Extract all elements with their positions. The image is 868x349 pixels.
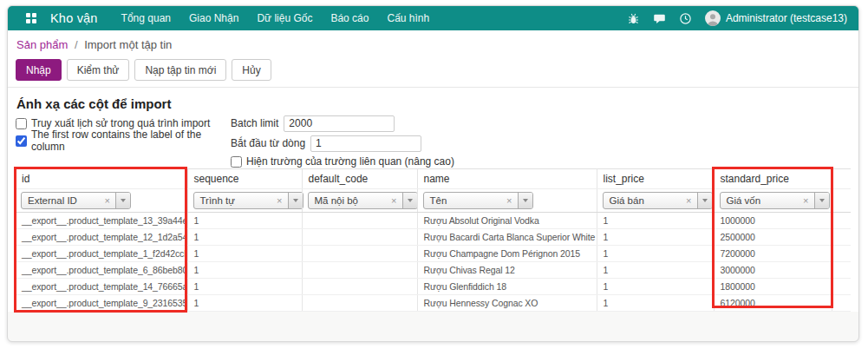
- mapping-cell-sequence: Trình tự×: [187, 189, 302, 213]
- clear-mapping-icon[interactable]: ×: [686, 193, 696, 208]
- content-area: Sản phẩm / Import một tập tin Nhập Kiểm …: [8, 30, 858, 312]
- mapped-field-value: Giá vốn: [721, 193, 804, 208]
- chevron-down-icon[interactable]: [115, 193, 130, 208]
- table-cell: Rượu Bacardi Carta Blanca Superior White…: [417, 229, 597, 246]
- table-cell-filler: [832, 295, 851, 312]
- apps-grid-icon[interactable]: [26, 13, 36, 23]
- table-cell: __export__.product_template_12_1d2a5485: [16, 229, 187, 246]
- breadcrumb-parent-link[interactable]: Sản phẩm: [16, 38, 68, 51]
- chevron-down-icon[interactable]: [402, 193, 417, 208]
- first-row-labels-label: The first row contains the label of the …: [31, 128, 231, 153]
- debug-bug-icon[interactable]: [627, 12, 640, 25]
- table-cell: 1: [597, 213, 714, 229]
- table-row: __export__.product_template_9_2316535f1R…: [16, 295, 851, 312]
- table-cell: [302, 246, 417, 262]
- relational-fields-label: Hiện trường của trường liên quan (nâng c…: [246, 155, 454, 168]
- test-button[interactable]: Kiểm thử: [67, 59, 130, 81]
- field-mapping-select-name[interactable]: Tên×: [423, 192, 533, 209]
- table-cell-filler: [832, 229, 851, 246]
- chevron-down-icon[interactable]: [814, 193, 829, 208]
- table-cell: [302, 295, 417, 312]
- field-mapping-select-list_price[interactable]: Giá bán×: [603, 192, 713, 209]
- table-row: __export__.product_template_14_76665aa71…: [16, 279, 851, 295]
- table-cell: 1800000: [714, 279, 832, 295]
- chevron-down-icon[interactable]: [697, 193, 712, 208]
- mapping-cell-name: Tên×: [417, 189, 597, 213]
- table-cell: 1: [597, 279, 714, 295]
- chevron-down-icon[interactable]: [288, 193, 303, 208]
- table-cell: __export__.product_template_1_f2d42ccb: [16, 246, 187, 262]
- relational-fields-checkbox[interactable]: [231, 156, 242, 168]
- menu-item-cấu-hình[interactable]: Cấu hình: [387, 12, 429, 24]
- start-line-input[interactable]: [310, 135, 421, 152]
- cancel-button[interactable]: Hủy: [232, 59, 271, 81]
- file-column-header-id: id: [16, 169, 187, 189]
- menu-item-tổng-quan[interactable]: Tổng quan: [121, 12, 171, 24]
- field-mapping-row: External ID×Trình tự×Mã nội bộ×Tên×Giá b…: [16, 189, 851, 213]
- file-column-header-standard_price: standard_price: [714, 169, 832, 189]
- field-mapping-select-default_code[interactable]: Mã nội bộ×: [308, 192, 418, 209]
- table-cell: 2500000: [714, 229, 832, 246]
- start-line-label: Bắt đầu từ dòng: [231, 137, 305, 149]
- clear-mapping-icon[interactable]: ×: [391, 193, 401, 208]
- batch-limit-label: Batch limit: [231, 117, 278, 129]
- mapped-field-value: Giá bán: [604, 193, 687, 208]
- activities-clock-icon[interactable]: [679, 12, 692, 25]
- load-new-file-button[interactable]: Nạp tập tin mới: [134, 59, 226, 81]
- first-row-labels-checkbox[interactable]: [16, 135, 27, 147]
- table-cell: 1: [597, 229, 714, 246]
- control-panel: Sản phẩm / Import một tập tin Nhập Kiểm …: [8, 30, 858, 88]
- menu-item-giao-nhận[interactable]: Giao Nhận: [189, 12, 238, 24]
- user-name: Administrator (testcase13): [726, 12, 847, 24]
- field-mapping-select-standard_price[interactable]: Giá vốn×: [720, 192, 830, 209]
- topbar-systray: Administrator (testcase13): [627, 10, 847, 26]
- table-cell: Rượu Chivas Regal 12: [417, 262, 597, 279]
- table-cell: 1: [597, 262, 714, 279]
- table-row: __export__.product_template_1_f2d42ccb1R…: [16, 246, 851, 262]
- table-cell-filler: [832, 279, 851, 295]
- file-column-header-list_price: list_price: [597, 169, 714, 189]
- table-cell: 3000000: [714, 262, 832, 279]
- table-row: __export__.product_template_13_39a44e691…: [16, 213, 851, 229]
- table-cell: __export__.product_template_14_76665aa7: [16, 279, 187, 295]
- field-mapping-select-id[interactable]: External ID×: [21, 192, 131, 209]
- clear-mapping-icon[interactable]: ×: [105, 193, 115, 208]
- mapped-field-value: External ID: [22, 193, 105, 208]
- table-cell-filler: [832, 246, 851, 262]
- table-cell: Rượu Glenfiddich 18: [417, 279, 597, 295]
- chevron-down-icon[interactable]: [518, 193, 532, 208]
- table-row: __export__.product_template_6_86beb80f1R…: [16, 262, 851, 279]
- table-cell: [302, 229, 417, 246]
- top-menu: Tổng quanGiao NhậnDữ liệu GốcBáo cáoCấu …: [121, 12, 430, 24]
- batch-limit-input[interactable]: [284, 115, 395, 132]
- mapped-field-value: Trình tự: [194, 193, 277, 208]
- clear-mapping-icon[interactable]: ×: [803, 193, 813, 208]
- field-mapping-select-sequence[interactable]: Trình tự×: [193, 192, 303, 209]
- table-cell: 7200000: [714, 246, 832, 262]
- clear-mapping-icon[interactable]: ×: [506, 193, 517, 208]
- table-cell: 1: [187, 229, 302, 246]
- table-cell-filler: [832, 262, 851, 279]
- user-menu[interactable]: Administrator (testcase13): [705, 10, 847, 26]
- table-cell: 1: [187, 295, 302, 312]
- import-button[interactable]: Nhập: [16, 59, 62, 81]
- top-navbar: Kho vận Tổng quanGiao NhậnDữ liệu GốcBáo…: [8, 6, 858, 30]
- mapping-cell-standard_price: Giá vốn×: [714, 189, 832, 213]
- file-column-header-default_code: default_code: [302, 169, 417, 189]
- table-cell: Rượu Champagne Dom Pérignon 2015: [417, 246, 597, 262]
- table-cell: 1: [187, 279, 302, 295]
- table-cell: [302, 279, 417, 295]
- table-cell: 6120000: [714, 295, 832, 312]
- messages-chat-icon[interactable]: [653, 12, 666, 25]
- menu-item-dữ-liệu-gốc[interactable]: Dữ liệu Gốc: [257, 12, 312, 24]
- app-title[interactable]: Kho vận: [50, 11, 98, 25]
- menu-item-báo-cáo[interactable]: Báo cáo: [330, 12, 369, 24]
- clear-mapping-icon[interactable]: ×: [277, 193, 287, 208]
- file-column-header-filler: [832, 169, 851, 189]
- table-cell: __export__.product_template_6_86beb80f: [16, 262, 187, 279]
- action-buttons: Nhập Kiểm thử Nạp tập tin mới Hủy: [16, 59, 851, 81]
- breadcrumb-current: Import một tập tin: [84, 38, 172, 51]
- track-history-checkbox[interactable]: [16, 118, 27, 129]
- table-cell: Rượu Hennessy Cognac XO: [417, 295, 597, 312]
- table-cell: 1: [597, 295, 714, 312]
